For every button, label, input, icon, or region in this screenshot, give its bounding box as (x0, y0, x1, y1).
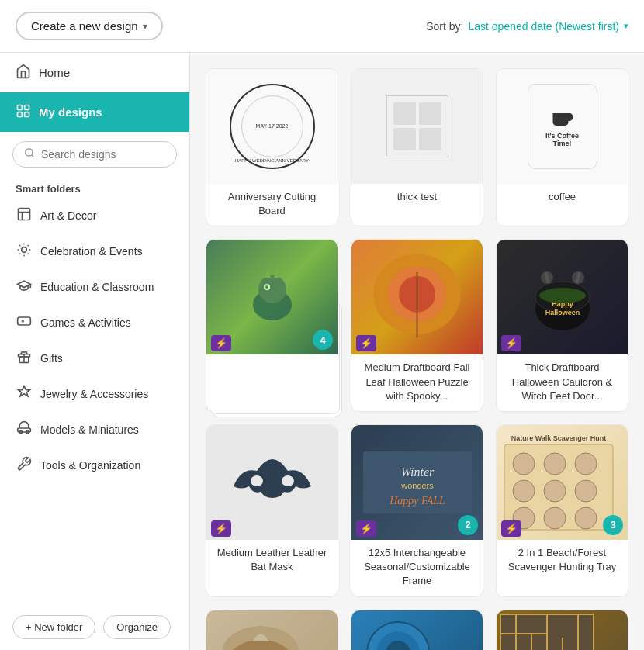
card-thumbnail-thick-test (351, 69, 483, 184)
games-icon (16, 313, 33, 332)
bat-mask-image (218, 444, 327, 521)
sidebar: Home My designs Smart (0, 53, 190, 650)
sidebar-mydesigns-label: My designs (39, 105, 102, 119)
design-card-maze[interactable]: ⚡ (496, 610, 628, 651)
tools-icon (16, 456, 33, 475)
sidebar-tools-label: Tools & Organization (40, 459, 140, 472)
chevron-down-icon: ▾ (143, 21, 147, 32)
svg-text:Happy FALL: Happy FALL (389, 495, 445, 507)
sidebar-item-gifts[interactable]: Gifts (0, 341, 189, 376)
sort-chevron-icon[interactable]: ▾ (624, 21, 628, 31)
design-card-seasonal-frame[interactable]: Winter wonders Happy FALL ⚡ 2 12x5 Inter… (351, 424, 483, 597)
maze-image (497, 610, 628, 651)
search-box (12, 141, 177, 168)
svg-rect-1 (25, 105, 29, 110)
design-card-scavenger[interactable]: Nature Walk Scavenger Hunt (496, 424, 628, 597)
lightning-badge-bat-mask: ⚡ (211, 521, 231, 535)
main-layout: Home My designs Smart (0, 53, 644, 650)
card-thumbnail-plane: ⚡ (206, 610, 338, 651)
sidebar-models-label: Models & Miniatures (40, 424, 139, 436)
svg-point-51 (575, 507, 597, 529)
svg-point-46 (513, 480, 535, 502)
sidebar-gifts-label: Gifts (40, 352, 63, 365)
card-thumbnail-fall-leaf: ⚡ (351, 240, 483, 354)
celebration-icon (16, 242, 33, 261)
svg-rect-2 (18, 112, 23, 117)
svg-text:Halloween: Halloween (545, 309, 580, 316)
sidebar-item-celebration[interactable]: Celebration & Events (0, 233, 189, 269)
design-card-anniversary[interactable]: MAY 17 2022 HAPPY WEDDING ANNIVERSARY An… (206, 68, 338, 226)
new-folder-button[interactable]: + New folder (12, 615, 95, 639)
coffee-image: It's CoffeeTime! (528, 84, 597, 169)
sidebar-item-home[interactable]: Home (0, 53, 189, 92)
lightning-badge-seasonal: ⚡ (356, 521, 376, 535)
search-input[interactable] (41, 148, 165, 161)
svg-point-7 (22, 247, 27, 253)
sidebar-education-label: Education & Classroom (40, 281, 154, 293)
thick-test-image (386, 95, 448, 157)
card-thumbnail-coffee: It's CoffeeTime! (497, 69, 628, 184)
card-thumbnail-scavenger: Nature Walk Scavenger Hunt (497, 425, 628, 540)
lightning-badge-cauldron: ⚡ (501, 336, 521, 350)
count-badge-scavenger: 3 (603, 515, 623, 535)
designs-grid: MAY 17 2022 HAPPY WEDDING ANNIVERSARY An… (206, 68, 628, 650)
sidebar-item-art-decor[interactable]: Art & Decor (0, 198, 189, 233)
design-card-blue-round[interactable]: ⚡ (351, 610, 483, 651)
models-icon (16, 420, 33, 439)
sidebar-jewelry-label: Jewelry & Accessories (40, 388, 148, 400)
card-thumbnail-blue-round: ⚡ (351, 610, 483, 651)
sidebar-item-education[interactable]: Education & Classroom (0, 269, 189, 305)
svg-line-5 (32, 155, 34, 157)
jewelry-icon (16, 385, 33, 403)
card-title-thick-test: thick test (351, 184, 483, 212)
sidebar-item-jewelry[interactable]: Jewelry & Accessories (0, 376, 189, 412)
search-icon (24, 147, 35, 161)
card-thumbnail-maze: ⚡ (497, 610, 628, 651)
smart-folders-heading: Smart folders (0, 177, 189, 198)
create-design-label: Create a new design (31, 19, 138, 33)
design-card-coffee[interactable]: It's CoffeeTime! coffee (496, 68, 628, 226)
sort-value[interactable]: Last opened date (Newest first) (468, 20, 619, 33)
svg-point-15 (258, 275, 286, 303)
count-badge-seasonal: 2 (458, 515, 478, 535)
card-title-cauldron: Thick Draftboard Halloween Cauldron & Wi… (497, 354, 628, 411)
svg-point-32 (539, 288, 586, 303)
card-title-coffee: coffee (497, 184, 628, 212)
card-thumbnail-bat-mask: ⚡ (206, 425, 338, 540)
svg-point-47 (544, 480, 566, 502)
gifts-icon (16, 349, 33, 368)
mydesigns-icon (16, 103, 31, 121)
svg-text:Winter: Winter (400, 465, 434, 479)
lightning-badge-dragon: ⚡ (211, 336, 231, 350)
card-title-bat-mask: Medium Leather Leather Bat Mask (206, 540, 338, 582)
svg-rect-0 (18, 105, 23, 110)
design-card-thick-test[interactable]: thick test (351, 68, 483, 226)
design-card-fall-leaf[interactable]: ⚡ Medium Draftboard Fall Leaf Halloween … (351, 239, 483, 412)
education-icon (16, 278, 33, 296)
card-title-fall-leaf: Medium Draftboard Fall Leaf Halloween Pu… (351, 354, 483, 411)
design-card-plane[interactable]: ⚡ (206, 610, 338, 651)
sidebar-item-games[interactable]: Games & Activities (0, 305, 189, 341)
svg-point-50 (544, 507, 566, 529)
sidebar-games-label: Games & Activities (40, 316, 131, 329)
svg-rect-3 (25, 112, 29, 117)
card-title-seasonal-frame: 12x5 Interchangeable Seasonal/Customizab… (351, 540, 483, 596)
svg-text:wonders: wonders (400, 481, 434, 490)
content-area: MAY 17 2022 HAPPY WEDDING ANNIVERSARY An… (190, 53, 644, 650)
blue-round-image (351, 610, 483, 651)
design-card-cauldron[interactable]: Happy Halloween ⚡ Thick Draftboard Hallo… (496, 239, 628, 412)
sort-bar: Sort by: Last opened date (Newest first)… (426, 20, 628, 33)
svg-text:Nature Walk Scavenger Hunt: Nature Walk Scavenger Hunt (511, 434, 607, 442)
sidebar-item-mydesigns[interactable]: My designs (0, 92, 189, 132)
svg-marker-18 (265, 270, 271, 278)
organize-button[interactable]: Organize (103, 615, 171, 639)
sort-label: Sort by: (426, 20, 463, 33)
svg-rect-6 (19, 209, 30, 220)
design-card-bat-mask[interactable]: ⚡ Medium Leather Leather Bat Mask (206, 424, 338, 597)
svg-point-43 (513, 453, 535, 475)
sidebar-item-tools[interactable]: Tools & Organization (0, 448, 189, 483)
card-thumbnail-anniversary: MAY 17 2022 HAPPY WEDDING ANNIVERSARY (206, 69, 338, 184)
create-design-button[interactable]: Create a new design ▾ (16, 12, 163, 40)
design-card-dragon[interactable]: ⚡ 4 DIY Dragon Head Kit (206, 239, 338, 412)
sidebar-item-models[interactable]: Models & Miniatures (0, 412, 189, 448)
